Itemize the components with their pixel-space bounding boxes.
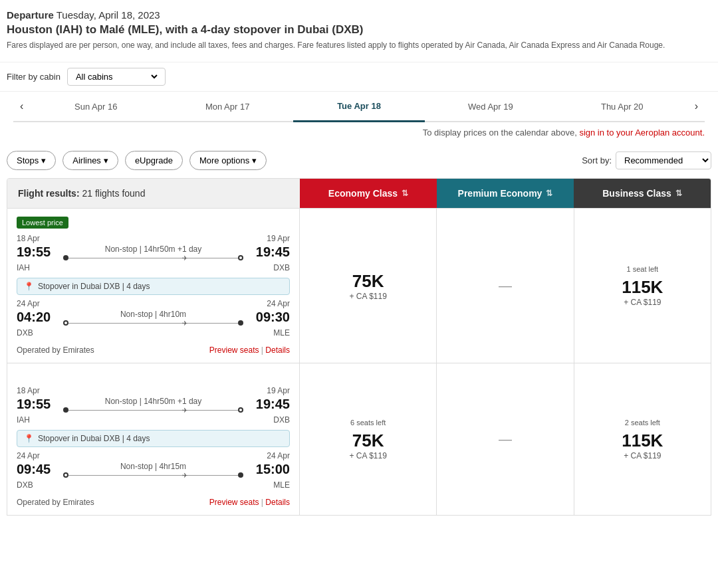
results-header: Flight results: 21 flights found Economy… (7, 178, 711, 209)
business-points-1: 115K (622, 431, 663, 451)
stopover-1: 📍 Stopover in Dubai DXB | 4 days (17, 430, 290, 447)
results-count: Flight results: 21 flights found (7, 179, 300, 208)
flight-times2-0: 04:20 Non-stop | 4hr10m ✈ 09:30 (17, 310, 290, 327)
flight-info-1: 18 Apr 19 Apr 19:55 Non-stop | 14hr50m +… (7, 363, 300, 515)
seat-links-0: Preview seats | Details (209, 345, 290, 355)
dot-end1-0 (238, 255, 243, 260)
details-link-1[interactable]: Details (265, 498, 290, 507)
departure-label: Departure (7, 9, 54, 21)
dot-start2-0 (63, 320, 68, 326)
cabin-select[interactable]: All cabins Economy Class Premium Economy… (67, 68, 166, 86)
airlines-button[interactable]: Airlines ▾ (62, 151, 118, 170)
preview-seats-link-1[interactable]: Preview seats (209, 498, 259, 507)
seat-links-1: Preview seats | Details (209, 498, 290, 507)
business-seats-left-0: 1 seat left (626, 265, 658, 273)
aeroplan-link[interactable]: sign in to your Aeroplan account. (579, 128, 705, 138)
flight-card-1: 18 Apr 19 Apr 19:55 Non-stop | 14hr50m +… (7, 363, 711, 516)
track2-0: ✈ (68, 323, 238, 324)
segment1-0: 18 Apr 19 Apr 19:55 Non-stop | 14hr50m +… (17, 234, 290, 272)
cal-prev-button[interactable]: ‹ (13, 92, 30, 120)
flight-times1-0: 19:55 Non-stop | 14hr50m +1 day ✈ 19:45 (17, 245, 290, 262)
cabin-dropdown[interactable]: All cabins Economy Class Premium Economy… (73, 71, 160, 82)
flight-line2-1: ✈ (63, 472, 243, 478)
depart-date2-0: 24 Apr (17, 299, 40, 308)
stops-button[interactable]: Stops ▾ (7, 151, 56, 170)
premium-sort-icon: ⇅ (546, 189, 552, 198)
departure-line: Departure Tuesday, April 18, 2023 (7, 9, 711, 21)
cal-day-2[interactable]: Tue Apr 18 (293, 92, 425, 122)
cal-next-button[interactable]: › (688, 92, 705, 120)
airlines-chevron-icon: ▾ (104, 155, 108, 165)
track2-1: ✈ (68, 475, 238, 476)
depart-date1-1: 18 Apr (17, 386, 40, 395)
more-options-chevron-icon: ▾ (252, 155, 257, 165)
arrive-date1-1: 19 Apr (267, 386, 290, 395)
from2-1: DXB (17, 480, 33, 490)
filter-cabin-label: Filter by cabin (7, 72, 60, 82)
plane-icon1-0: ✈ (182, 254, 187, 262)
airport-row2-1: DXB MLE (17, 480, 290, 490)
operated-by-0: Operated by Emirates (17, 345, 94, 355)
depart-time1-0: 19:55 (17, 245, 57, 260)
to2-0: MLE (273, 328, 290, 338)
from1-1: IAH (17, 415, 30, 425)
preview-seats-link-0[interactable]: Preview seats (209, 345, 259, 355)
segment1-1: 18 Apr 19 Apr 19:55 Non-stop | 14hr50m +… (17, 386, 290, 425)
flight-info-0: Lowest price 18 Apr 19 Apr 19:55 Non-sto… (7, 209, 300, 363)
economy-points-0: 75K (352, 271, 384, 292)
flight-line1-0: ✈ (63, 255, 243, 260)
flight-card-0: Lowest price 18 Apr 19 Apr 19:55 Non-sto… (7, 209, 711, 363)
dot-start1-0 (63, 255, 68, 260)
col-premium-header[interactable]: Premium Economy ⇅ (437, 179, 574, 208)
flight-line1-1: ✈ (63, 407, 243, 413)
business-sort-icon: ⇅ (675, 189, 682, 198)
business-price-1: + CA $119 (624, 451, 661, 460)
business-price-0: + CA $119 (624, 298, 661, 307)
details-link-0[interactable]: Details (265, 345, 290, 355)
track1-1: ✈ (68, 410, 238, 411)
economy-points-1: 75K (352, 431, 384, 451)
lowest-badge: Lowest price (17, 217, 68, 229)
duration1-0: Non-stop | 14hr50m +1 day ✈ (63, 245, 243, 262)
depart-date1-0: 18 Apr (17, 234, 40, 243)
business-cell-0[interactable]: 1 seat left 115K + CA $119 (574, 209, 711, 363)
to2-1: MLE (273, 480, 290, 490)
from1-0: IAH (17, 263, 30, 272)
col-business-header[interactable]: Business Class ⇅ (574, 179, 711, 208)
header: Departure Tuesday, April 18, 2023 Housto… (0, 0, 718, 62)
premium-dash-1: — (499, 432, 512, 447)
business-points-0: 115K (622, 277, 663, 298)
results-number: 21 flights found (82, 188, 145, 199)
arrive-time1-1: 19:45 (250, 397, 290, 412)
sort-select[interactable]: Recommended Price: Low to High Duration (616, 151, 711, 169)
premium-cell-0[interactable]: — (437, 209, 574, 363)
cal-day-1[interactable]: Mon Apr 17 (162, 92, 293, 121)
duration2-1: Non-stop | 4hr15m ✈ (63, 462, 243, 479)
business-cell-1[interactable]: 2 seats left 115K + CA $119 (574, 363, 711, 515)
cal-day-4[interactable]: Thu Apr 20 (556, 92, 688, 121)
stops-chevron-icon: ▾ (41, 155, 46, 165)
filter-row: Stops ▾ Airlines ▾ eUpgrade More options… (0, 143, 718, 178)
duration1-1: Non-stop | 14hr50m +1 day ✈ (63, 397, 243, 414)
cal-day-3[interactable]: Wed Apr 19 (425, 92, 556, 121)
economy-cell-1[interactable]: 6 seats left 75K + CA $119 (300, 363, 437, 515)
to1-1: DXB (273, 415, 290, 425)
premium-cell-1[interactable]: — (437, 363, 574, 515)
depart-date2-1: 24 Apr (17, 451, 40, 460)
departure-date: Tuesday, April 18, 2023 (57, 9, 160, 21)
operated-by-1: Operated by Emirates (17, 498, 94, 507)
economy-cell-0[interactable]: 75K + CA $119 (300, 209, 437, 363)
aeroplan-note: To display prices on the calendar above,… (7, 122, 711, 143)
cal-day-0[interactable]: Sun Apr 16 (30, 92, 162, 121)
dot-start2-1 (63, 472, 68, 478)
from2-0: DXB (17, 328, 33, 338)
eupgrade-button[interactable]: eUpgrade (125, 151, 183, 170)
results-label: Flight results: (18, 188, 80, 199)
arrive-time2-0: 09:30 (250, 310, 290, 325)
airport-row2-0: DXB MLE (17, 328, 290, 338)
plane-icon2-0: ✈ (182, 320, 187, 327)
flight-line2-0: ✈ (63, 320, 243, 326)
col-economy-header[interactable]: Economy Class ⇅ (300, 179, 437, 208)
more-options-button[interactable]: More options ▾ (189, 151, 267, 170)
stopover-0: 📍 Stopover in Dubai DXB | 4 days (17, 278, 290, 295)
